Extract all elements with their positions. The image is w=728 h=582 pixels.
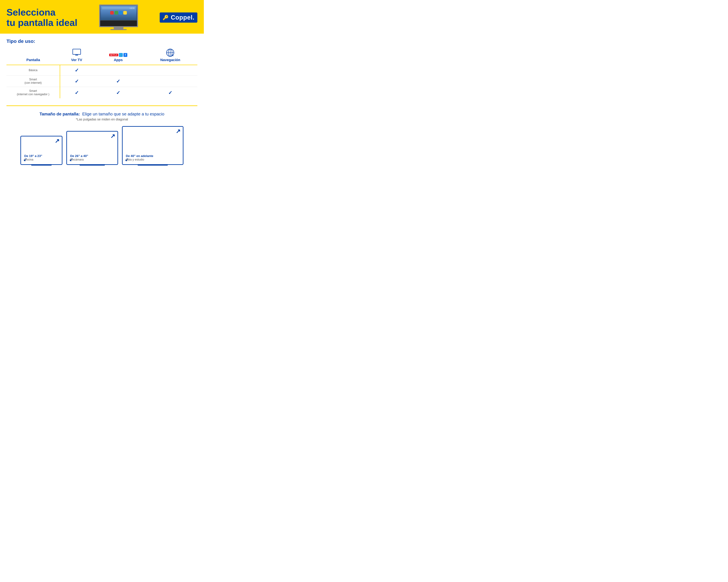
apps-icons-row: NETFLIX 🐦 f <box>95 53 141 57</box>
check-icon: ✓ <box>168 90 172 95</box>
col-navegacion-label: Navegación <box>160 58 180 62</box>
arrow-topright-icon: ↗ <box>176 128 181 134</box>
basica-navegacion <box>143 65 198 76</box>
pantalla-smart-internet: Smart(con internet) <box>6 76 60 87</box>
coppel-key-icon: 🔑 <box>163 15 168 20</box>
arrow-topright-icon: ↗ <box>110 133 115 139</box>
globe-icon <box>145 49 196 57</box>
tv-icon-3 <box>119 11 123 15</box>
table-body: Básica ✓ Smart(con internet) ✓ ✓ Smart(i… <box>6 65 198 99</box>
tv-icon <box>61 49 92 57</box>
tv-stand <box>114 27 124 29</box>
tv-card-small-label: De 19" a 23" <box>24 154 42 158</box>
arrow-topright-icon: ↗ <box>55 138 59 144</box>
tv-image-container: 4:06 PM <box>77 4 159 30</box>
section-divider <box>6 105 198 106</box>
tamano-section: Tamaño de pantalla: Elige un tamaño que … <box>0 110 204 170</box>
tv-card-stand <box>138 164 168 166</box>
coppel-logo: 🔑 Coppel. <box>160 12 198 23</box>
header-title: Selecciona tu pantalla ideal <box>6 7 77 28</box>
tv-outline-icon <box>73 49 81 55</box>
tamano-title-rest: Elige un tamaño que se adapte a tu espac… <box>82 112 164 116</box>
col-header-apps: NETFLIX 🐦 f Apps <box>93 47 143 65</box>
tv-card-large-label: De 40" en adelante <box>126 154 153 158</box>
table-row: Smart(con internet) ✓ ✓ <box>6 76 198 87</box>
title-line2: tu pantalla ideal <box>6 17 77 28</box>
smart-navegador-navegacion: ✓ <box>143 87 198 99</box>
tv-icon-4 <box>123 11 127 15</box>
coppel-brand-name: Coppel. <box>171 14 194 21</box>
tv-card-stand <box>80 164 105 166</box>
smart-internet-apps: ✓ <box>93 76 143 87</box>
tv-card-small-sub: Cocina <box>24 158 42 161</box>
table-row: Smart(internet con navegador ) ✓ ✓ ✓ <box>6 87 198 99</box>
tv-icon-1 <box>110 11 114 15</box>
col-apps-label: Apps <box>114 58 123 62</box>
uso-section-title: Tipo de uso: <box>6 38 198 44</box>
twitter-icon: 🐦 <box>119 53 123 57</box>
uso-section: Tipo de uso: Pantalla Ver TV NETFLIX 🐦 <box>0 34 204 102</box>
col-pantalla-label: Pantalla <box>26 58 40 62</box>
title-line1: Selecciona <box>6 7 55 18</box>
basica-apps <box>93 65 143 76</box>
facebook-icon: f <box>124 53 127 57</box>
tv-card-medium: ↗ ↙ De 26" a 40" Recámara <box>66 131 118 165</box>
check-icon: ✓ <box>75 67 79 73</box>
tv-cards-container: ↗ ↙ De 19" a 23" Cocina ↗ ↙ De 26" a 40"… <box>6 126 198 165</box>
tv-card-large: ↗ ↙ De 40" en adelante Sala y estudio <box>122 126 183 165</box>
tamano-title: Tamaño de pantalla: Elige un tamaño que … <box>6 112 198 116</box>
basica-vertv: ✓ <box>60 65 93 76</box>
tv-screen: 4:06 PM <box>99 4 138 27</box>
tamano-title-bold: Tamaño de pantalla: <box>40 112 80 116</box>
smart-navegador-apps: ✓ <box>93 87 143 99</box>
pantalla-smart-navegador: Smart(internet con navegador ) <box>6 87 60 99</box>
check-icon: ✓ <box>75 90 79 95</box>
comparison-table: Pantalla Ver TV NETFLIX 🐦 f Apps <box>6 47 198 98</box>
col-header-vertv: Ver TV <box>60 47 93 65</box>
check-icon: ✓ <box>116 79 120 84</box>
tv-card-medium-label: De 26" a 40" <box>70 154 88 158</box>
tv-icon-2 <box>114 11 118 15</box>
col-header-pantalla: Pantalla <box>6 47 60 65</box>
table-header-row: Pantalla Ver TV NETFLIX 🐦 f Apps <box>6 47 198 65</box>
tv-card-large-text: De 40" en adelante Sala y estudio <box>126 154 153 161</box>
tv-card-medium-text: De 26" a 40" Recámara <box>70 154 88 161</box>
tv-card-medium-sub: Recámara <box>70 158 88 161</box>
tamano-subtitle: *Las pulgadas se miden en diagonal <box>6 117 198 121</box>
tv-screen-content: 4:06 PM <box>101 6 136 21</box>
tv-icons-row <box>110 11 127 15</box>
check-icon: ✓ <box>75 79 79 84</box>
netflix-icon: NETFLIX <box>109 54 118 56</box>
check-icon: ✓ <box>116 90 120 95</box>
tv-time: 4:06 PM <box>130 7 134 9</box>
pantalla-basica: Básica <box>6 65 60 76</box>
smart-navegador-vertv: ✓ <box>60 87 93 99</box>
col-vertv-label: Ver TV <box>71 58 82 62</box>
tv-menu-bar: 4:06 PM <box>102 7 135 9</box>
tv-card-large-sub: Sala y estudio <box>126 158 153 161</box>
col-header-navegacion: Navegación <box>143 47 198 65</box>
tv-card-small: ↗ ↙ De 19" a 23" Cocina <box>20 136 62 165</box>
tv-card-stand <box>31 164 52 166</box>
tv-base <box>110 29 127 30</box>
smart-internet-navegacion <box>143 76 198 87</box>
smart-internet-vertv: ✓ <box>60 76 93 87</box>
tv-card-small-text: De 19" a 23" Cocina <box>24 154 42 161</box>
tv-illustration: 4:06 PM <box>96 4 141 30</box>
header: Selecciona tu pantalla ideal 4:06 PM <box>0 0 204 34</box>
table-row: Básica ✓ <box>6 65 198 76</box>
